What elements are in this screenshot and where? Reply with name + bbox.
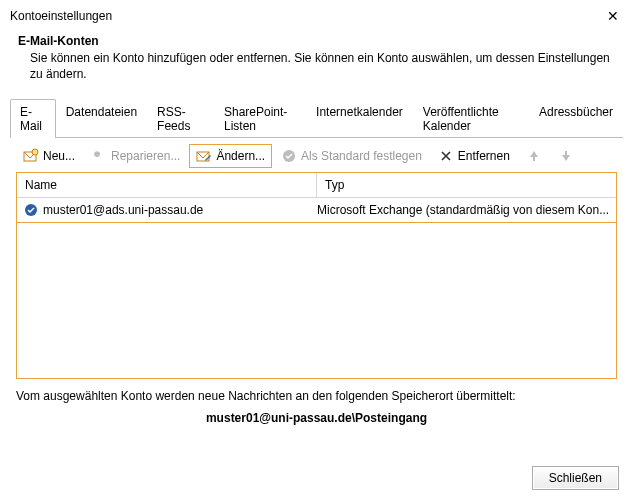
close-button[interactable]: Schließen <box>532 466 619 490</box>
toolbar: Neu... Reparieren... Ändern... Als Stand… <box>0 138 633 172</box>
move-up-button[interactable] <box>519 144 549 168</box>
tab-rss[interactable]: RSS-Feeds <box>147 99 214 138</box>
repair-button[interactable]: Reparieren... <box>84 144 187 168</box>
col-name[interactable]: Name <box>17 173 317 197</box>
change-label: Ändern... <box>216 149 265 163</box>
tab-bar: E-Mail Datendateien RSS-Feeds SharePoint… <box>10 98 623 138</box>
new-label: Neu... <box>43 149 75 163</box>
remove-button[interactable]: Entfernen <box>431 144 517 168</box>
repair-label: Reparieren... <box>111 149 180 163</box>
close-icon[interactable]: ✕ <box>603 8 623 24</box>
delivery-message: Vom ausgewählten Konto werden neue Nachr… <box>0 379 633 407</box>
tab-datafiles[interactable]: Datendateien <box>56 99 147 138</box>
move-down-button[interactable] <box>551 144 581 168</box>
table-row[interactable]: muster01@ads.uni-passau.de Microsoft Exc… <box>17 198 616 223</box>
arrow-down-icon <box>558 148 574 164</box>
header-title: E-Mail-Konten <box>18 34 615 48</box>
change-button[interactable]: Ändern... <box>189 144 272 168</box>
accounts-table: Name Typ muster01@ads.uni-passau.de Micr… <box>16 172 617 379</box>
tab-pubcal[interactable]: Veröffentlichte Kalender <box>413 99 529 138</box>
arrow-up-icon <box>526 148 542 164</box>
tab-addressbooks[interactable]: Adressbücher <box>529 99 623 138</box>
account-type: Microsoft Exchange (standardmäßig von di… <box>317 203 610 217</box>
delivery-path: muster01@uni-passau.de\Posteingang <box>0 407 633 435</box>
remove-label: Entfernen <box>458 149 510 163</box>
tab-email[interactable]: E-Mail <box>10 99 56 138</box>
tab-sharepoint[interactable]: SharePoint-Listen <box>214 99 306 138</box>
x-icon <box>438 148 454 164</box>
account-name: muster01@ads.uni-passau.de <box>43 203 203 217</box>
header-subtitle: Sie können ein Konto hinzufügen oder ent… <box>18 50 615 82</box>
check-circle-icon <box>23 202 39 218</box>
default-button[interactable]: Als Standard festlegen <box>274 144 429 168</box>
mail-new-icon <box>23 148 39 164</box>
col-type[interactable]: Typ <box>317 173 616 197</box>
check-circle-icon <box>281 148 297 164</box>
tab-internetcal[interactable]: Internetkalender <box>306 99 413 138</box>
mail-edit-icon <box>196 148 212 164</box>
default-label: Als Standard festlegen <box>301 149 422 163</box>
new-button[interactable]: Neu... <box>16 144 82 168</box>
window-title: Kontoeinstellungen <box>10 9 112 23</box>
svg-point-1 <box>32 149 38 155</box>
wrench-icon <box>91 148 107 164</box>
